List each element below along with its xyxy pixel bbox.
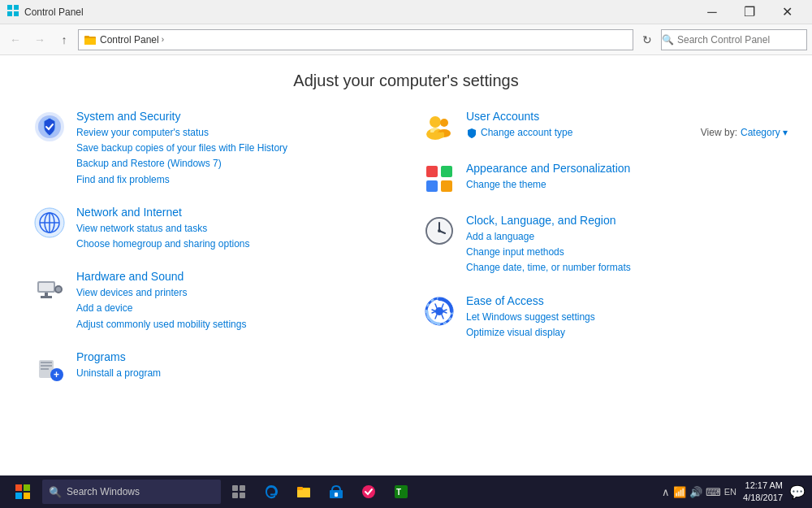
svg-point-39 xyxy=(438,229,441,232)
network-internet-info: Network and Internet View network status… xyxy=(76,206,390,252)
page-title: Adjust your computer's settings xyxy=(0,72,812,90)
system-security-link-2[interactable]: Backup and Restore (Windows 7) xyxy=(76,156,390,172)
svg-rect-1 xyxy=(14,5,19,10)
store-icon[interactable] xyxy=(322,477,351,506)
clock-title[interactable]: Clock, Language, and Region xyxy=(466,214,780,227)
ease-of-access-link-1[interactable]: Optimize visual display xyxy=(466,325,780,341)
back-button[interactable]: ← xyxy=(5,29,26,50)
app-icon-5[interactable] xyxy=(354,477,383,506)
window-title: Control Panel xyxy=(24,7,84,18)
content-area: System and Security Review your computer… xyxy=(0,110,812,402)
hardware-sound-link-1[interactable]: Add a device xyxy=(76,301,390,316)
svg-rect-49 xyxy=(232,493,238,498)
network-internet-title[interactable]: Network and Internet xyxy=(76,206,390,219)
svg-rect-16 xyxy=(39,283,54,291)
programs-icon: + xyxy=(32,350,67,384)
start-button[interactable] xyxy=(6,475,39,508)
appearance-title[interactable]: Appearance and Personalization xyxy=(466,162,780,175)
taskbar-date-display: 4/18/2017 xyxy=(743,492,783,504)
system-security-link-1[interactable]: Save backup copies of your files with Fi… xyxy=(76,141,390,156)
hardware-sound-info: Hardware and Sound View devices and prin… xyxy=(76,270,390,332)
category-programs: + Programs Uninstall a program xyxy=(32,350,390,384)
appearance-link-0[interactable]: Change the theme xyxy=(466,177,780,193)
main-content: Adjust your computer's settings View by:… xyxy=(0,55,812,475)
ease-of-access-link-0[interactable]: Let Windows suggest settings xyxy=(466,310,780,325)
search-input[interactable] xyxy=(674,34,806,46)
folder-icon xyxy=(84,33,97,46)
hardware-sound-link-0[interactable]: View devices and printers xyxy=(76,285,390,301)
app-icon-6[interactable]: T xyxy=(387,477,416,506)
svg-rect-48 xyxy=(240,485,245,491)
svg-rect-24 xyxy=(41,368,49,370)
taskbar-search[interactable]: 🔍 Search Windows xyxy=(42,480,221,504)
svg-rect-50 xyxy=(240,493,245,498)
svg-rect-47 xyxy=(232,485,238,491)
svg-rect-55 xyxy=(335,493,338,497)
forward-button[interactable]: → xyxy=(29,29,50,50)
svg-rect-43 xyxy=(15,484,22,491)
system-security-link-0[interactable]: Review your computer's status xyxy=(76,125,390,141)
address-path[interactable]: Control Panel › xyxy=(78,29,633,50)
minimize-button[interactable]: ─ xyxy=(693,0,731,24)
task-view-button[interactable] xyxy=(224,477,253,506)
svg-rect-33 xyxy=(426,180,438,192)
up-button[interactable]: ↑ xyxy=(54,29,75,50)
network-internet-link-0[interactable]: View network status and tasks xyxy=(76,221,390,237)
svg-rect-6 xyxy=(84,36,89,38)
svg-rect-20 xyxy=(45,293,48,296)
taskbar-clock[interactable]: 12:17 AM 4/18/2017 xyxy=(743,480,783,505)
title-bar-controls: ─ ❐ ✕ xyxy=(693,0,806,24)
svg-rect-46 xyxy=(24,493,30,499)
edge-icon[interactable] xyxy=(257,477,286,506)
user-accounts-title[interactable]: User Accounts xyxy=(466,110,780,123)
svg-rect-31 xyxy=(426,166,438,177)
programs-title[interactable]: Programs xyxy=(76,350,390,363)
svg-rect-2 xyxy=(7,11,12,16)
view-by: View by: Category ▾ xyxy=(701,127,788,138)
category-clock: Clock, Language, and Region Add a langua… xyxy=(422,214,780,276)
address-bar: ← → ↑ Control Panel › ↻ 🔍 xyxy=(0,24,812,55)
svg-point-27 xyxy=(430,116,441,128)
clock-link-0[interactable]: Add a language xyxy=(466,229,780,245)
close-button[interactable]: ✕ xyxy=(768,0,806,24)
svg-text:+: + xyxy=(54,369,59,380)
system-security-info: System and Security Review your computer… xyxy=(76,110,390,188)
svg-rect-45 xyxy=(15,493,22,499)
ease-of-access-info: Ease of Access Let Windows suggest setti… xyxy=(466,294,780,341)
system-security-title[interactable]: System and Security xyxy=(76,110,390,123)
category-appearance: Appearance and Personalization Change th… xyxy=(422,162,780,196)
svg-rect-32 xyxy=(441,166,452,177)
hardware-sound-icon xyxy=(32,270,67,304)
svg-rect-23 xyxy=(41,365,52,367)
system-security-link-3[interactable]: Find and fix problems xyxy=(76,172,390,188)
taskbar-time-display: 12:17 AM xyxy=(743,480,783,492)
left-column: System and Security Review your computer… xyxy=(32,110,406,402)
appearance-info: Appearance and Personalization Change th… xyxy=(466,162,780,193)
network-internet-link-1[interactable]: Choose homegroup and sharing options xyxy=(76,237,390,252)
network-internet-icon xyxy=(32,206,67,240)
taskbar-right: ∧ 📶 🔊 ⌨ EN 12:17 AM 4/18/2017 💬 xyxy=(662,480,806,505)
clock-link-2[interactable]: Change date, time, or number formats xyxy=(466,260,780,276)
hardware-sound-link-2[interactable]: Adjust commonly used mobility settings xyxy=(76,317,390,332)
keyboard-icon[interactable]: ⌨ xyxy=(706,486,721,498)
restore-button[interactable]: ❐ xyxy=(731,0,768,24)
path-item-control-panel: Control Panel xyxy=(100,34,159,46)
file-explorer-icon[interactable] xyxy=(289,477,318,506)
user-accounts-icon xyxy=(422,110,456,144)
user-accounts-link-0[interactable]: Change account type xyxy=(481,125,572,141)
lang-en[interactable]: EN xyxy=(724,487,736,497)
notification-icon[interactable]: 💬 xyxy=(789,484,806,500)
volume-icon[interactable]: 🔊 xyxy=(689,486,702,498)
category-system-security: System and Security Review your computer… xyxy=(32,110,390,188)
chevron-up-icon[interactable]: ∧ xyxy=(662,486,670,498)
network-status-icon[interactable]: 📶 xyxy=(673,486,686,498)
clock-link-1[interactable]: Change input methods xyxy=(466,245,780,260)
view-by-dropdown[interactable]: Category ▾ xyxy=(741,127,788,138)
svg-rect-53 xyxy=(297,487,303,490)
taskbar: 🔍 Search Windows xyxy=(0,475,812,508)
ease-of-access-title[interactable]: Ease of Access xyxy=(466,294,780,307)
svg-rect-44 xyxy=(24,484,30,491)
programs-link-0[interactable]: Uninstall a program xyxy=(76,366,390,381)
refresh-button[interactable]: ↻ xyxy=(637,29,658,50)
hardware-sound-title[interactable]: Hardware and Sound xyxy=(76,270,390,283)
